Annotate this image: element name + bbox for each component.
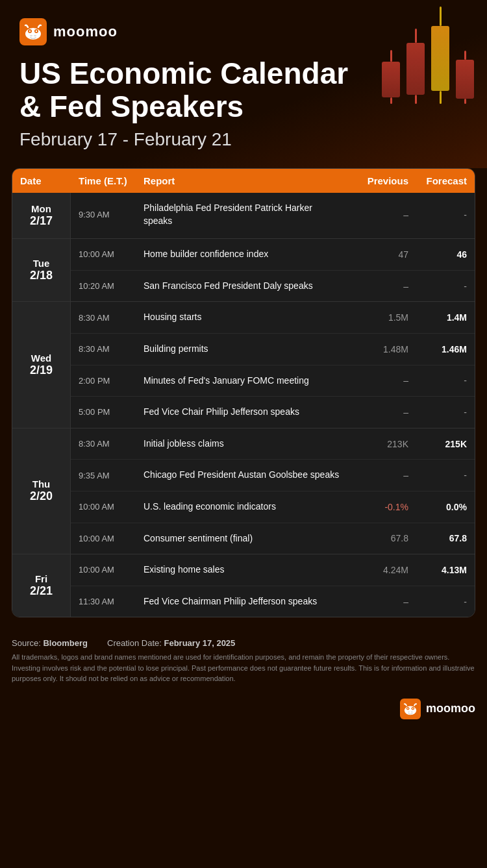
event-time: 10:00 AM [79,565,144,575]
event-time: 10:00 AM [79,249,144,259]
event-forecast: 0.0% [408,502,467,512]
day-group-2-19: Wed 2/19 8:30 AM Housing starts 1.5M 1.4… [12,302,475,428]
table-row: 9:30 AM Philadelphia Fed President Patri… [71,193,475,236]
footer-logo-icon [400,699,421,719]
event-previous: – [350,281,408,291]
candle-3 [431,6,449,104]
day-date: 2/18 [30,269,53,282]
event-previous: – [350,375,408,386]
day-name: Thu [32,478,51,490]
event-previous: 4.24M [350,565,408,575]
day-group-2-18: Tue 2/18 10:00 AM Home builder confidenc… [12,239,475,302]
subtitle: February 17 - February 21 [19,129,468,150]
event-forecast: 1.46M [408,344,467,354]
day-group-2-20: Thu 2/20 8:30 AM Initial jobless claims … [12,428,475,554]
header: moomoo US Economic Calendar & Fed Speake… [0,0,487,168]
event-time: 5:00 PM [79,407,144,417]
svg-point-14 [408,711,410,712]
event-report: Existing home sales [144,564,350,577]
disclaimer-text: All trademarks, logos and brand names me… [12,652,475,684]
day-cell-2-18: Tue 2/18 [12,239,71,301]
event-report: Building permits [144,343,350,356]
event-forecast: - [408,281,467,291]
event-previous: 213K [350,439,408,449]
table-header: Date Time (E.T.) Report Previous Forecas… [12,169,475,193]
event-report: U.S. leading economic indicators [144,501,350,514]
event-time: 8:30 AM [79,344,144,354]
main-title: US Economic Calendar & Fed Speakers [19,57,357,123]
event-forecast: 46 [408,249,467,260]
source-label: Source: Bloomberg [12,638,88,648]
event-previous: -0.1% [350,502,408,512]
svg-point-9 [405,706,416,715]
day-date: 2/20 [30,490,53,503]
event-time: 11:30 AM [79,597,144,606]
candlestick-decoration [382,6,474,104]
day-name: Wed [31,353,51,364]
table-row: 10:00 AM Existing home sales 4.24M 4.13M [71,554,475,586]
svg-point-7 [34,35,36,36]
event-previous: 47 [350,249,408,260]
day-cell-2-20: Thu 2/20 [12,428,71,554]
source-bold: Bloomberg [43,638,88,648]
day-date: 2/17 [30,214,53,228]
event-forecast: - [408,407,467,417]
event-report: Consumer sentiment (final) [144,532,350,545]
day-date: 2/19 [30,364,53,377]
event-time: 9:30 AM [79,210,144,219]
col-forecast: Forecast [408,175,467,186]
event-forecast: 67.8 [408,533,467,543]
event-forecast: - [408,375,467,386]
event-report: Philadelphia Fed President Patrick Harke… [144,202,350,227]
col-previous: Previous [350,175,408,186]
event-forecast: 1.4M [408,312,467,323]
table-row: 8:30 AM Initial jobless claims 213K 215K [71,428,475,460]
candle-2 [406,29,425,104]
svg-point-5 [36,31,37,32]
event-forecast: 215K [408,439,467,449]
day-events: 9:30 AM Philadelphia Fed President Patri… [71,193,475,238]
svg-point-12 [407,708,408,709]
event-report: Chicago Fed President Austan Goolsbee sp… [144,469,350,482]
table-row: 10:00 AM Home builder confidence index 4… [71,239,475,271]
svg-point-13 [412,708,414,709]
event-report: Fed Vice Chair Philip Jefferson speaks [144,406,350,419]
candle-1 [382,50,400,104]
table-row: 10:00 AM Consumer sentiment (final) 67.8… [71,523,475,554]
footer-bottom: moomoo [0,695,487,727]
event-time: 10:00 AM [79,502,144,512]
event-previous: – [350,407,408,417]
logo-text: moomoo [53,23,118,40]
event-forecast: - [408,597,467,607]
table-row: 8:30 AM Housing starts 1.5M 1.4M [71,302,475,334]
svg-point-6 [30,35,32,36]
event-report: Minutes of Fed's January FOMC meeting [144,375,350,388]
event-previous: – [350,597,408,607]
moomoo-logo-icon [19,18,47,45]
event-previous: 1.5M [350,312,408,323]
day-name: Mon [31,203,51,214]
event-forecast: - [408,210,467,220]
table-body: Mon 2/17 9:30 AM Philadelphia Fed Presid… [12,193,475,617]
table-row: 5:00 PM Fed Vice Chair Philip Jefferson … [71,397,475,428]
economic-calendar-table: Date Time (E.T.) Report Previous Forecas… [12,168,475,617]
event-forecast: - [408,470,467,480]
event-previous: – [350,470,408,480]
day-name: Tue [33,258,50,269]
event-time: 2:00 PM [79,376,144,386]
svg-point-15 [411,711,413,712]
day-group-2-21: Fri 2/21 10:00 AM Existing home sales 4.… [12,554,475,617]
table-row: 11:30 AM Fed Vice Chairman Philip Jeffer… [71,586,475,617]
event-time: 9:35 AM [79,471,144,480]
source-row: Source: Bloomberg Creation Date: Februar… [0,629,487,652]
day-cell-2-19: Wed 2/19 [12,302,71,427]
footer-logo-text: moomoo [426,702,475,715]
footer-logo: moomoo [400,699,475,719]
event-report: Home builder confidence index [144,248,350,261]
table-row: 2:00 PM Minutes of Fed's January FOMC me… [71,366,475,397]
source-prefix: Source: [12,638,43,648]
day-date: 2/21 [30,584,53,598]
event-report: Initial jobless claims [144,438,350,451]
event-report: Fed Vice Chairman Philip Jefferson speak… [144,595,350,608]
table-row: 10:00 AM U.S. leading economic indicator… [71,491,475,523]
